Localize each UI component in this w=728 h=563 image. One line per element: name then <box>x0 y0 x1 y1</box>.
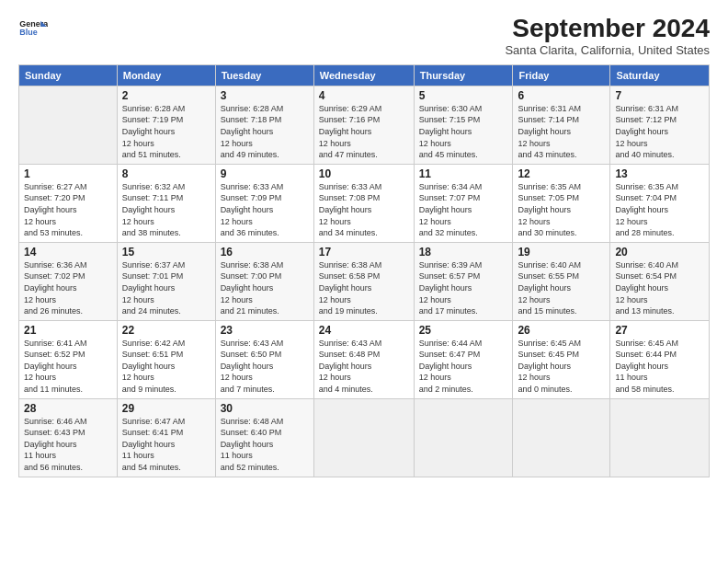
day-info: Sunrise: 6:40 AM Sunset: 6:54 PM Dayligh… <box>615 259 704 317</box>
day-info: Sunrise: 6:43 AM Sunset: 6:48 PM Dayligh… <box>319 338 409 396</box>
day-number: 25 <box>419 324 508 337</box>
col-sunday: Sunday <box>19 64 118 86</box>
col-tuesday: Tuesday <box>215 64 313 86</box>
day-number: 2 <box>122 89 210 102</box>
col-friday: Friday <box>513 64 610 86</box>
day-info: Sunrise: 6:34 AM Sunset: 7:07 PM Dayligh… <box>419 181 508 239</box>
calendar-week-row: 28 Sunrise: 6:46 AM Sunset: 6:43 PM Dayl… <box>19 398 710 477</box>
day-info: Sunrise: 6:42 AM Sunset: 6:51 PM Dayligh… <box>122 338 210 396</box>
day-number: 11 <box>419 167 508 180</box>
calendar-cell <box>19 86 118 164</box>
calendar-cell: 26 Sunrise: 6:45 AM Sunset: 6:45 PM Dayl… <box>513 320 610 398</box>
day-number: 4 <box>319 89 409 102</box>
day-number: 18 <box>419 246 508 259</box>
calendar-cell: 12 Sunrise: 6:35 AM Sunset: 7:05 PM Dayl… <box>513 164 610 242</box>
calendar-cell: 14 Sunrise: 6:36 AM Sunset: 7:02 PM Dayl… <box>19 242 118 320</box>
svg-text:Blue: Blue <box>19 28 37 37</box>
calendar-cell: 27 Sunrise: 6:45 AM Sunset: 6:44 PM Dayl… <box>610 320 710 398</box>
calendar-week-row: 14 Sunrise: 6:36 AM Sunset: 7:02 PM Dayl… <box>19 242 710 320</box>
calendar-cell: 28 Sunrise: 6:46 AM Sunset: 6:43 PM Dayl… <box>19 398 118 477</box>
calendar-cell: 15 Sunrise: 6:37 AM Sunset: 7:01 PM Dayl… <box>117 242 215 320</box>
day-number: 26 <box>518 324 605 337</box>
calendar-cell: 13 Sunrise: 6:35 AM Sunset: 7:04 PM Dayl… <box>610 164 710 242</box>
day-number: 28 <box>24 402 112 415</box>
day-info: Sunrise: 6:38 AM Sunset: 6:58 PM Dayligh… <box>319 259 409 317</box>
day-info: Sunrise: 6:29 AM Sunset: 7:16 PM Dayligh… <box>319 103 409 161</box>
day-info: Sunrise: 6:28 AM Sunset: 7:19 PM Dayligh… <box>122 103 210 161</box>
day-number: 6 <box>518 89 605 102</box>
calendar-cell: 6 Sunrise: 6:31 AM Sunset: 7:14 PM Dayli… <box>513 86 610 164</box>
calendar-cell: 9 Sunrise: 6:33 AM Sunset: 7:09 PM Dayli… <box>215 164 313 242</box>
calendar-cell <box>313 398 414 477</box>
month-title: September 2024 <box>505 15 710 43</box>
calendar-cell: 23 Sunrise: 6:43 AM Sunset: 6:50 PM Dayl… <box>215 320 313 398</box>
day-number: 14 <box>24 246 112 259</box>
location: Santa Clarita, California, United States <box>505 43 710 57</box>
day-number: 21 <box>24 324 112 337</box>
day-number: 7 <box>615 89 704 102</box>
day-number: 3 <box>221 89 309 102</box>
calendar-cell: 16 Sunrise: 6:38 AM Sunset: 7:00 PM Dayl… <box>215 242 313 320</box>
day-info: Sunrise: 6:41 AM Sunset: 6:52 PM Dayligh… <box>24 338 112 396</box>
day-number: 27 <box>615 324 704 337</box>
day-number: 20 <box>615 246 704 259</box>
day-info: Sunrise: 6:38 AM Sunset: 7:00 PM Dayligh… <box>221 259 309 317</box>
logo-icon: General Blue <box>18 15 48 44</box>
day-info: Sunrise: 6:30 AM Sunset: 7:15 PM Dayligh… <box>419 103 508 161</box>
calendar-week-row: 1 Sunrise: 6:27 AM Sunset: 7:20 PM Dayli… <box>19 164 710 242</box>
calendar-week-row: 2 Sunrise: 6:28 AM Sunset: 7:19 PM Dayli… <box>19 86 710 164</box>
day-number: 17 <box>319 246 409 259</box>
calendar-cell: 5 Sunrise: 6:30 AM Sunset: 7:15 PM Dayli… <box>414 86 513 164</box>
day-number: 23 <box>221 324 309 337</box>
calendar-cell <box>610 398 710 477</box>
day-number: 10 <box>319 167 409 180</box>
calendar-cell: 29 Sunrise: 6:47 AM Sunset: 6:41 PM Dayl… <box>117 398 215 477</box>
calendar-cell: 22 Sunrise: 6:42 AM Sunset: 6:51 PM Dayl… <box>117 320 215 398</box>
day-number: 12 <box>518 167 605 180</box>
calendar-page: General Blue September 2024 Santa Clarit… <box>0 0 728 563</box>
calendar-cell <box>414 398 513 477</box>
day-number: 5 <box>419 89 508 102</box>
calendar-cell: 19 Sunrise: 6:40 AM Sunset: 6:55 PM Dayl… <box>513 242 610 320</box>
day-number: 13 <box>615 167 704 180</box>
calendar-cell: 7 Sunrise: 6:31 AM Sunset: 7:12 PM Dayli… <box>610 86 710 164</box>
calendar-cell: 24 Sunrise: 6:43 AM Sunset: 6:48 PM Dayl… <box>313 320 414 398</box>
day-info: Sunrise: 6:33 AM Sunset: 7:09 PM Dayligh… <box>221 181 309 239</box>
day-info: Sunrise: 6:45 AM Sunset: 6:45 PM Dayligh… <box>518 338 605 396</box>
logo: General Blue <box>18 15 48 44</box>
day-info: Sunrise: 6:35 AM Sunset: 7:05 PM Dayligh… <box>518 181 605 239</box>
day-info: Sunrise: 6:31 AM Sunset: 7:12 PM Dayligh… <box>615 103 704 161</box>
day-info: Sunrise: 6:31 AM Sunset: 7:14 PM Dayligh… <box>518 103 605 161</box>
col-wednesday: Wednesday <box>313 64 414 86</box>
title-block: September 2024 Santa Clarita, California… <box>505 15 710 57</box>
calendar-cell: 25 Sunrise: 6:44 AM Sunset: 6:47 PM Dayl… <box>414 320 513 398</box>
calendar-cell: 10 Sunrise: 6:33 AM Sunset: 7:08 PM Dayl… <box>313 164 414 242</box>
calendar-cell: 20 Sunrise: 6:40 AM Sunset: 6:54 PM Dayl… <box>610 242 710 320</box>
col-monday: Monday <box>117 64 215 86</box>
day-number: 29 <box>122 402 210 415</box>
day-number: 19 <box>518 246 605 259</box>
day-number: 9 <box>221 167 309 180</box>
header: General Blue September 2024 Santa Clarit… <box>18 15 710 57</box>
calendar-cell: 8 Sunrise: 6:32 AM Sunset: 7:11 PM Dayli… <box>117 164 215 242</box>
day-info: Sunrise: 6:47 AM Sunset: 6:41 PM Dayligh… <box>122 416 210 474</box>
day-info: Sunrise: 6:43 AM Sunset: 6:50 PM Dayligh… <box>221 338 309 396</box>
calendar-cell: 21 Sunrise: 6:41 AM Sunset: 6:52 PM Dayl… <box>19 320 118 398</box>
calendar-cell: 4 Sunrise: 6:29 AM Sunset: 7:16 PM Dayli… <box>313 86 414 164</box>
day-info: Sunrise: 6:45 AM Sunset: 6:44 PM Dayligh… <box>615 338 704 396</box>
day-number: 24 <box>319 324 409 337</box>
col-saturday: Saturday <box>610 64 710 86</box>
day-number: 16 <box>221 246 309 259</box>
calendar-week-row: 21 Sunrise: 6:41 AM Sunset: 6:52 PM Dayl… <box>19 320 710 398</box>
day-info: Sunrise: 6:36 AM Sunset: 7:02 PM Dayligh… <box>24 259 112 317</box>
calendar-cell: 3 Sunrise: 6:28 AM Sunset: 7:18 PM Dayli… <box>215 86 313 164</box>
day-number: 22 <box>122 324 210 337</box>
day-info: Sunrise: 6:46 AM Sunset: 6:43 PM Dayligh… <box>24 416 112 474</box>
calendar-cell: 1 Sunrise: 6:27 AM Sunset: 7:20 PM Dayli… <box>19 164 118 242</box>
day-info: Sunrise: 6:35 AM Sunset: 7:04 PM Dayligh… <box>615 181 704 239</box>
day-number: 15 <box>122 246 210 259</box>
day-number: 30 <box>221 402 309 415</box>
calendar-cell: 17 Sunrise: 6:38 AM Sunset: 6:58 PM Dayl… <box>313 242 414 320</box>
calendar-cell: 2 Sunrise: 6:28 AM Sunset: 7:19 PM Dayli… <box>117 86 215 164</box>
calendar-cell: 11 Sunrise: 6:34 AM Sunset: 7:07 PM Dayl… <box>414 164 513 242</box>
